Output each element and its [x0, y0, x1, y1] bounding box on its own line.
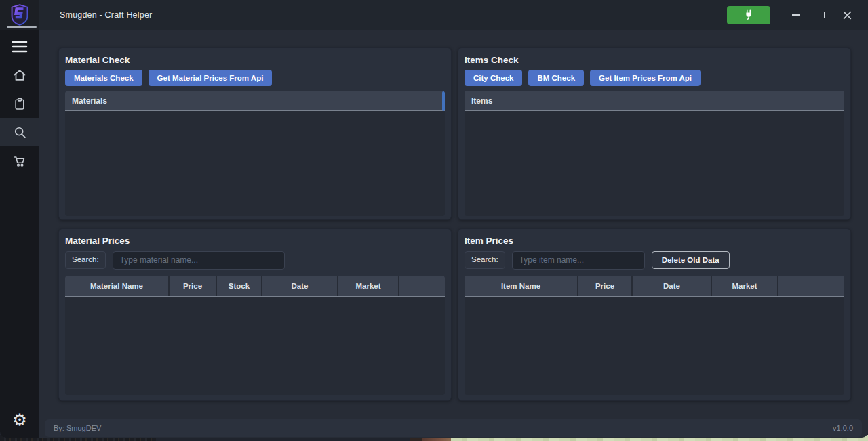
items-check-panel: Items Check City Check BM Check Get Item…	[458, 47, 851, 220]
search-icon	[13, 125, 27, 140]
material-check-buttons: Materials Check Get Material Prices From…	[65, 70, 445, 86]
materials-list-body	[65, 111, 445, 216]
delete-old-data-button[interactable]: Delete Old Data	[652, 251, 730, 269]
material-check-title: Material Check	[65, 55, 445, 65]
column-price: Price	[170, 276, 216, 296]
gear-icon: ⚙	[12, 412, 27, 428]
column-date: Date	[262, 276, 337, 296]
app-logo	[0, 0, 39, 30]
sidebar-item-home[interactable]	[0, 61, 39, 89]
material-check-panel: Material Check Materials Check Get Mater…	[58, 47, 452, 220]
sidebar-item-menu[interactable]	[0, 33, 39, 61]
materials-scrollbar-thumb[interactable]	[442, 91, 445, 111]
hamburger-icon	[11, 40, 28, 54]
column-date: Date	[633, 276, 711, 296]
sidebar: ⚙	[0, 0, 39, 438]
item-search-label: Search:	[465, 251, 505, 269]
clipboard-icon	[13, 96, 26, 111]
get-item-prices-button[interactable]: Get Item Prices From Api	[590, 70, 701, 86]
material-prices-table-body	[65, 297, 445, 395]
material-search-input[interactable]	[113, 251, 285, 270]
item-prices-panel: Item Prices Search: Delete Old Data Item…	[458, 228, 851, 401]
materials-list-header: Materials	[65, 91, 445, 111]
item-prices-search-row: Search: Delete Old Data	[465, 251, 844, 270]
column-stock: Stock	[217, 276, 261, 296]
city-check-button[interactable]: City Check	[465, 70, 522, 86]
column-material-name: Material Name	[65, 276, 168, 296]
items-list-body	[465, 111, 844, 216]
cart-icon	[12, 153, 27, 168]
sidebar-item-search[interactable]	[0, 118, 39, 146]
item-prices-title: Item Prices	[465, 236, 844, 246]
close-icon	[843, 11, 852, 20]
minimize-button[interactable]	[785, 5, 806, 24]
items-check-buttons: City Check BM Check Get Item Prices From…	[465, 70, 844, 86]
items-list: Items	[465, 91, 844, 216]
maximize-icon	[818, 12, 825, 18]
plug-icon	[743, 9, 755, 21]
maximize-button[interactable]	[811, 5, 831, 24]
items-check-title: Items Check	[465, 55, 844, 65]
items-list-header: Items	[465, 91, 844, 111]
material-prices-table-header: Material Name Price Stock Date Market	[65, 276, 445, 297]
connect-button[interactable]	[727, 6, 770, 24]
materials-list: Materials	[65, 91, 445, 216]
material-prices-panel: Material Prices Search: Material Name Pr…	[58, 228, 452, 401]
close-button[interactable]	[837, 5, 857, 24]
item-prices-table-body	[465, 297, 844, 395]
column-market: Market	[712, 276, 777, 296]
shield-logo-icon	[10, 4, 29, 26]
get-material-prices-button[interactable]: Get Material Prices From Api	[149, 70, 273, 86]
settings-button[interactable]: ⚙	[0, 408, 39, 432]
item-search-input[interactable]	[512, 251, 645, 270]
column-empty	[778, 276, 844, 296]
sidebar-nav	[0, 30, 39, 175]
titlebar[interactable]: Smugden - Craft Helper	[39, 0, 868, 30]
material-search-label: Search:	[65, 251, 106, 269]
sidebar-item-clipboard[interactable]	[0, 89, 39, 118]
column-market: Market	[338, 276, 398, 296]
window-title: Smugden - Craft Helper	[60, 10, 152, 20]
sidebar-item-cart[interactable]	[0, 146, 39, 175]
app-frame: ⚙ Smugden - Craft Helper	[0, 0, 868, 438]
application-window: ⚙ Smugden - Craft Helper	[0, 0, 868, 441]
material-prices-title: Material Prices	[65, 236, 445, 246]
column-price: Price	[578, 276, 631, 296]
version-text: v1.0.0	[833, 424, 853, 432]
column-item-name: Item Name	[465, 276, 577, 296]
minimize-icon	[792, 14, 800, 16]
bm-check-button[interactable]: BM Check	[528, 70, 584, 86]
column-empty	[399, 276, 445, 296]
credit-text: By: SmugDEV	[54, 424, 101, 432]
material-prices-search-row: Search:	[65, 251, 445, 270]
home-icon	[12, 68, 27, 83]
status-bar: By: SmugDEV v1.0.0	[45, 419, 862, 437]
materials-check-button[interactable]: Materials Check	[65, 70, 142, 86]
titlebar-controls	[727, 5, 868, 24]
item-prices-table-header: Item Name Price Date Market	[465, 276, 844, 297]
